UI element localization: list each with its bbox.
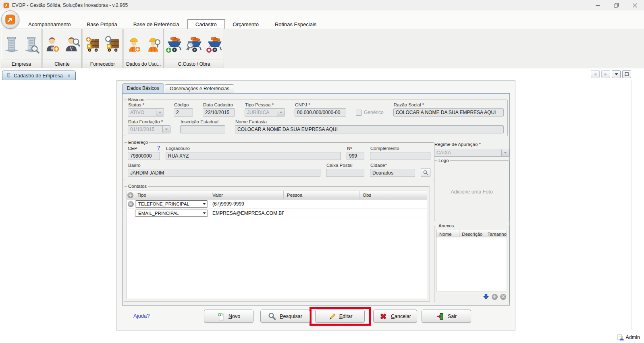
menu-tab-acompanhamento[interactable]: Acompanhamento — [20, 19, 79, 29]
supplier-add-icon — [84, 35, 101, 54]
tab-dados-basicos[interactable]: Dados Básicos — [122, 83, 164, 93]
right-edge-divider — [631, 80, 632, 330]
generico-checkbox[interactable] — [356, 110, 362, 116]
ccusto-delete-button[interactable] — [206, 34, 223, 56]
cliente-add-button[interactable] — [44, 34, 61, 56]
building-icon — [3, 35, 20, 54]
contatos-col-pessoa[interactable]: Pessoa — [284, 191, 359, 199]
remove-contact-button[interactable] — [128, 201, 134, 207]
numero-field[interactable]: 999 — [347, 152, 364, 160]
app-logo-button[interactable] — [1, 10, 19, 29]
empresa-open-button[interactable] — [3, 34, 20, 56]
cidade-field[interactable]: Dourados — [370, 169, 415, 177]
razao-social-field[interactable]: COLOCAR A NOME DA SUA EMPRESA AQUI — [393, 108, 504, 116]
anexos-col-tamanho[interactable]: Tamanho — [485, 230, 507, 238]
complemento-field[interactable] — [370, 152, 430, 160]
dados-usuario-add-button[interactable] — [125, 34, 142, 56]
novo-label: Novo — [229, 314, 240, 319]
anexo-download-button[interactable] — [483, 293, 489, 300]
cnpj-label: CNPJ * — [295, 102, 346, 107]
menu-tab-base-propria[interactable]: Base Própria — [79, 19, 125, 29]
worker-search-icon — [145, 35, 161, 54]
add-contact-button[interactable] — [127, 192, 133, 198]
anexo-add-button[interactable] — [492, 294, 498, 300]
scroll-tabs-right-button[interactable] — [601, 70, 610, 78]
sair-label: Sair — [448, 314, 457, 319]
tab-close-icon[interactable]: × — [66, 73, 72, 78]
menu-bar: Acompanhamento Base Própria Base de Refe… — [0, 10, 644, 29]
chevron-down-icon — [201, 201, 207, 207]
menu-tab-base-referencia[interactable]: Base de Referência — [125, 19, 187, 29]
editar-button[interactable]: Editar — [315, 310, 365, 323]
cep-field[interactable]: 79800000 — [128, 152, 160, 160]
contatos-col-tipo[interactable]: Tipo — [134, 191, 209, 199]
regime-apuracao-select[interactable]: CAIXA — [434, 149, 509, 157]
fornecedor-search-button[interactable] — [104, 34, 121, 56]
magnifier-icon — [423, 170, 428, 175]
fornecedor-add-button[interactable] — [84, 34, 102, 56]
anexos-fieldset: Anexos Nome Descrição Tamanho — [434, 223, 509, 302]
nome-fantasia-field[interactable]: COLOCAR A NOME DA SUA EMPRESA AQUI — [235, 125, 504, 133]
chevron-down-icon — [615, 73, 618, 76]
cliente-search-button[interactable] — [63, 34, 80, 56]
plus-icon — [493, 295, 497, 299]
cnpj-field[interactable]: 00.000.000/0000-00 — [295, 108, 346, 116]
tab-list-button[interactable] — [612, 70, 621, 78]
scroll-tabs-left-button[interactable] — [591, 70, 600, 78]
maximize-view-button[interactable] — [622, 70, 631, 78]
anexo-remove-button[interactable] — [500, 294, 506, 300]
cancelar-button[interactable]: Cancelar — [373, 310, 417, 323]
cadastro-empresa-panel: Dados Básicos Observações e Referências … — [116, 80, 515, 331]
cidade-lookup-button[interactable] — [421, 168, 430, 177]
ccusto-icons — [164, 29, 224, 60]
sair-button[interactable]: Sair — [422, 310, 471, 323]
contatos-empty-area — [127, 218, 427, 299]
codigo-field[interactable]: 2 — [174, 108, 193, 116]
logo-drop-area[interactable]: Adicione uma Foto — [434, 163, 509, 221]
menu-tabs: Acompanhamento Base Própria Base de Refe… — [20, 19, 324, 29]
logradouro-field[interactable]: RUA XYZ — [166, 152, 341, 160]
contatos-col-obs[interactable]: Obs — [359, 191, 427, 199]
anexos-legend: Anexos — [437, 223, 455, 228]
pesquisar-button[interactable]: Pesquisar — [260, 310, 310, 323]
ribbon: Acompanhamento Base Própria Base de Refe… — [0, 10, 644, 69]
contatos-col-valor[interactable]: Valor — [209, 191, 284, 199]
data-fundacao-picker[interactable]: 01/10/2015 — [128, 125, 170, 133]
x-icon — [502, 295, 505, 298]
anexos-col-descricao[interactable]: Descrição — [459, 230, 485, 238]
razao-social-label: Razão Social * — [394, 102, 504, 107]
document-plus-icon — [217, 312, 225, 320]
data-cadastro-field[interactable]: 22/10/2015 — [203, 108, 235, 116]
novo-button[interactable]: Novo — [204, 310, 253, 323]
menu-tab-rotinas-especiais[interactable]: Rotinas Especiais — [267, 19, 324, 29]
dados-usuario-search-button[interactable] — [145, 34, 162, 56]
status-select[interactable]: ATIVO — [128, 108, 164, 116]
application-window: EVOP - Gestão Sólida, Soluções Inovadora… — [0, 0, 644, 343]
inscricao-estadual-field[interactable] — [180, 125, 225, 133]
tab-observacoes-referencias[interactable]: Observações e Referências — [165, 84, 234, 93]
cep-help-link[interactable]: ? — [157, 145, 160, 151]
anexos-col-nome[interactable]: Nome — [437, 230, 459, 238]
caixa-postal-field[interactable] — [326, 169, 364, 177]
minimize-button[interactable] — [588, 0, 607, 10]
contato-tipo-select[interactable]: EMAIL_PRINCIPAL — [135, 210, 208, 217]
wheelbarrow-search-icon — [185, 35, 203, 54]
workspace-tab-cadastro-empresa[interactable]: Cadastro de Empresa × — [2, 71, 76, 80]
tipo-pessoa-select[interactable]: JURÍDICA — [245, 108, 285, 116]
chevron-down-icon — [162, 126, 170, 133]
toolbar-group-label: Dados do Usu... — [124, 60, 163, 68]
caixa-postal-label: Caixa Postal — [326, 163, 364, 168]
menu-tab-orcamento[interactable]: Orçamento — [225, 19, 267, 29]
bairro-field[interactable]: JARDIM JADIM — [128, 169, 320, 177]
ccusto-search-button[interactable] — [185, 34, 203, 56]
close-button[interactable] — [625, 0, 644, 10]
contato-tipo-select[interactable]: TELEFONE_PRINCIPAL — [135, 200, 208, 208]
empresa-search-button[interactable] — [23, 34, 40, 56]
tipo-pessoa-label: Tipo Pessoa * — [245, 102, 285, 107]
download-icon — [483, 293, 489, 300]
ccusto-add-button[interactable] — [165, 34, 183, 56]
contato-row-telefone: TELEFONE_PRINCIPAL (67)9999-9999 — [127, 200, 427, 209]
menu-tab-cadastro[interactable]: Cadastro — [187, 19, 225, 29]
help-link[interactable]: Ajuda? — [133, 313, 150, 319]
restore-button[interactable] — [607, 0, 625, 10]
